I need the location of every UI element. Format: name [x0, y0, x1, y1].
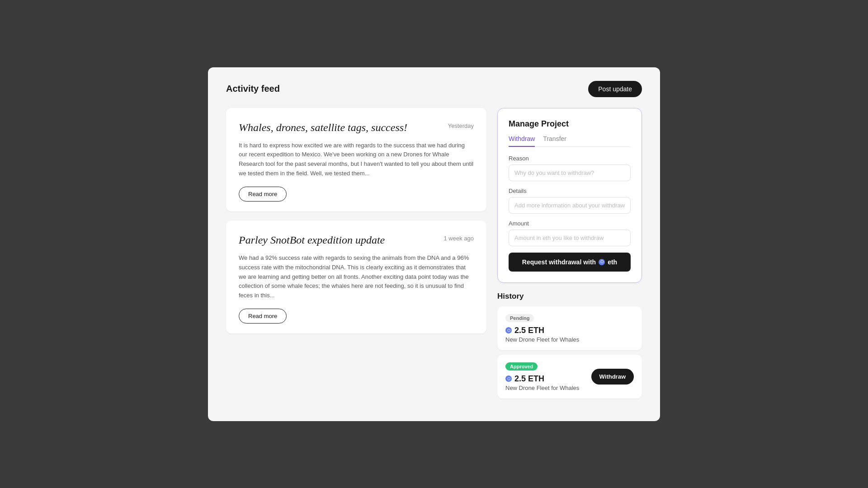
- feed-card-1-title: Whales, drones, satellite tags, success!: [239, 121, 441, 135]
- manage-project-card: Manage Project Withdraw Transfer Reason …: [497, 108, 642, 283]
- feed-card-2-date: 1 week ago: [444, 235, 474, 242]
- header: Activity feed Post update: [226, 81, 642, 97]
- eth-amount-2: 2.5 ETH: [514, 374, 544, 384]
- tabs: Withdraw Transfer: [509, 135, 631, 147]
- history-item-2: Approved ⬡ 2.5 ETH New Drone Fleet for W…: [497, 355, 642, 399]
- feed-column: Whales, drones, satellite tags, success!…: [226, 108, 486, 334]
- eth-amount-row-2: ⬡ 2.5 ETH: [505, 374, 591, 384]
- eth-amount-row-1: ⬡ 2.5 ETH: [505, 326, 634, 335]
- details-group: Details: [509, 188, 631, 214]
- feed-card-1-date: Yesterday: [448, 122, 474, 129]
- history-card-left-2: Approved ⬡ 2.5 ETH New Drone Fleet for W…: [505, 362, 591, 391]
- history-project-2: New Drone Fleet for Whales: [505, 385, 591, 391]
- tab-transfer[interactable]: Transfer: [543, 135, 566, 147]
- reason-input[interactable]: [509, 164, 631, 181]
- post-update-button[interactable]: Post update: [588, 81, 642, 97]
- amount-label: Amount: [509, 220, 631, 227]
- feed-card-2: Parley SnotBot expedition update 1 week …: [226, 221, 486, 333]
- eth-dot-1: ⬡: [505, 327, 512, 333]
- amount-group: Amount: [509, 220, 631, 246]
- read-more-button-1[interactable]: Read more: [239, 187, 287, 202]
- details-label: Details: [509, 188, 631, 194]
- manage-project-title: Manage Project: [509, 119, 631, 129]
- history-card-inner-2: Approved ⬡ 2.5 ETH New Drone Fleet for W…: [505, 362, 634, 391]
- request-btn-suffix: eth: [608, 258, 617, 266]
- history-item-1: Pending ⬡ 2.5 ETH New Drone Fleet for Wh…: [497, 306, 642, 350]
- feed-card-1: Whales, drones, satellite tags, success!…: [226, 108, 486, 211]
- feed-card-2-header: Parley SnotBot expedition update 1 week …: [239, 233, 474, 247]
- reason-group: Reason: [509, 155, 631, 181]
- main-container: Activity feed Post update Whales, drones…: [208, 67, 660, 421]
- badge-pending-1: Pending: [505, 314, 534, 322]
- amount-input[interactable]: [509, 230, 631, 246]
- feed-card-1-body: It is hard to express how excited we are…: [239, 141, 474, 178]
- feed-card-1-header: Whales, drones, satellite tags, success!…: [239, 121, 474, 135]
- page-title: Activity feed: [226, 84, 280, 94]
- request-btn-label: Request withdrawal with: [522, 258, 596, 266]
- right-column: Manage Project Withdraw Transfer Reason …: [497, 108, 642, 403]
- tab-withdraw[interactable]: Withdraw: [509, 135, 535, 147]
- history-section: History Pending ⬡ 2.5 ETH New Drone Flee…: [497, 292, 642, 403]
- content-layout: Whales, drones, satellite tags, success!…: [226, 108, 642, 403]
- details-input[interactable]: [509, 197, 631, 214]
- badge-approved-2: Approved: [505, 362, 538, 371]
- feed-card-2-body: We had a 92% success rate with regards t…: [239, 253, 474, 300]
- reason-label: Reason: [509, 155, 631, 162]
- history-title: History: [497, 292, 642, 301]
- eth-dot-2: ⬡: [505, 375, 512, 382]
- request-withdrawal-button[interactable]: Request withdrawal with ⬡ eth: [509, 253, 631, 272]
- eth-icon: ⬡: [599, 259, 605, 265]
- withdraw-button-2[interactable]: Withdraw: [591, 369, 634, 385]
- feed-card-2-title: Parley SnotBot expedition update: [239, 233, 437, 247]
- eth-amount-1: 2.5 ETH: [514, 326, 544, 335]
- read-more-button-2[interactable]: Read more: [239, 309, 287, 324]
- history-project-1: New Drone Fleet for Whales: [505, 336, 634, 343]
